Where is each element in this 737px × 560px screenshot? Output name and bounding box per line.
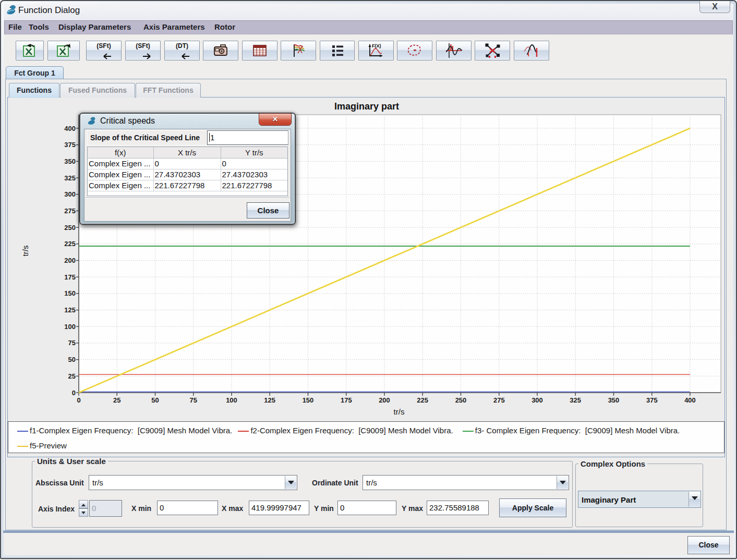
svg-text:150: 150 <box>64 289 76 297</box>
svg-text:350: 350 <box>64 157 76 165</box>
svg-text:150: 150 <box>303 396 314 404</box>
svg-text:225: 225 <box>64 240 76 248</box>
svg-text:300: 300 <box>531 396 543 404</box>
svg-text:250: 250 <box>455 396 467 404</box>
svg-text:75: 75 <box>68 339 76 347</box>
svg-text:200: 200 <box>64 257 76 264</box>
svg-text:(DT): (DT) <box>176 42 188 50</box>
svg-text:(SFt): (SFt) <box>136 42 150 50</box>
svg-text:350: 350 <box>608 396 620 404</box>
svg-text:250: 250 <box>64 224 76 232</box>
svg-text:325: 325 <box>64 174 76 182</box>
svg-text:375: 375 <box>646 396 658 404</box>
svg-text:125: 125 <box>64 306 76 314</box>
svg-text:275: 275 <box>64 207 76 215</box>
svg-text:25: 25 <box>113 396 120 404</box>
svg-text:0: 0 <box>77 396 80 404</box>
svg-text:25: 25 <box>68 372 76 380</box>
svg-text:75: 75 <box>190 396 197 404</box>
svg-text:175: 175 <box>341 396 352 404</box>
svg-text:325: 325 <box>570 396 581 404</box>
svg-text:225: 225 <box>417 396 428 404</box>
svg-text:400: 400 <box>64 125 76 132</box>
svg-text:200: 200 <box>379 396 390 404</box>
svg-text:50: 50 <box>68 356 76 363</box>
svg-text:100: 100 <box>226 396 237 404</box>
svg-text:50: 50 <box>151 396 159 404</box>
svg-text:0: 0 <box>72 389 76 397</box>
svg-text:275: 275 <box>493 396 505 404</box>
svg-text:125: 125 <box>264 396 275 404</box>
svg-text:(SFt): (SFt) <box>96 42 111 50</box>
svg-text:F(X): F(X) <box>372 43 381 48</box>
svg-text:375: 375 <box>64 141 76 149</box>
svg-text:300: 300 <box>64 190 76 198</box>
svg-text:tr/s: tr/s <box>21 246 30 257</box>
svg-text:tr/s: tr/s <box>394 407 405 416</box>
svg-text:100: 100 <box>64 323 76 331</box>
svg-text:400: 400 <box>684 396 696 404</box>
svg-text:Imaginary part: Imaginary part <box>334 101 399 112</box>
svg-text:175: 175 <box>64 273 76 281</box>
